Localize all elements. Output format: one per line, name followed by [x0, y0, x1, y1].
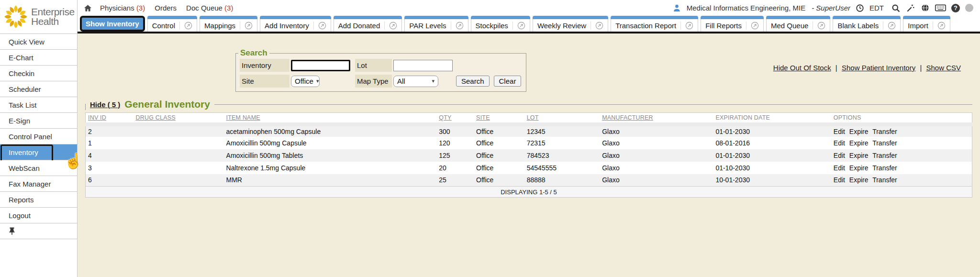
- column-header[interactable]: DRUG CLASS: [134, 113, 224, 124]
- tab-label: Blank Labels: [837, 22, 879, 30]
- inventory-name-input[interactable]: [291, 60, 350, 71]
- tab[interactable]: Fill Reports: [701, 16, 764, 32]
- expire-link[interactable]: Expire: [849, 164, 869, 172]
- search-icon[interactable]: [891, 3, 901, 13]
- sidebar-item[interactable]: Task List: [0, 97, 77, 113]
- popout-icon[interactable]: [883, 22, 896, 30]
- site-select[interactable]: Office▾: [291, 76, 320, 87]
- sidebar-item[interactable]: Control Panel: [0, 129, 77, 144]
- cell-site: Office: [474, 149, 524, 162]
- sidebar-item[interactable]: Fax Manager: [0, 176, 77, 192]
- map-type-select[interactable]: All▾: [393, 76, 438, 87]
- popout-icon[interactable]: [512, 22, 525, 30]
- tab[interactable]: Import: [903, 16, 950, 32]
- cell-options: Edit Expire Transfer: [831, 162, 972, 174]
- tab[interactable]: Control: [147, 16, 197, 32]
- tab-label: Stockpiles: [476, 22, 508, 30]
- edit-link[interactable]: Edit: [834, 152, 845, 159]
- cell-expiration-date: 08-01-2016: [713, 137, 831, 149]
- popout-icon[interactable]: [384, 22, 397, 30]
- transfer-link[interactable]: Transfer: [872, 176, 897, 184]
- column-header[interactable]: INV ID: [86, 113, 134, 124]
- popout-icon[interactable]: [813, 22, 825, 30]
- clear-button[interactable]: Clear: [494, 76, 522, 87]
- search-button[interactable]: Search: [456, 76, 490, 87]
- popout-icon[interactable]: [451, 22, 464, 30]
- edit-link[interactable]: Edit: [834, 128, 845, 135]
- cell-expiration-date: 01-01-2030: [713, 149, 831, 162]
- popout-icon[interactable]: [680, 22, 693, 30]
- top-nav-item[interactable]: Physicians (3): [100, 4, 145, 12]
- transfer-link[interactable]: Transfer: [872, 152, 897, 159]
- edit-link[interactable]: Edit: [834, 139, 845, 147]
- tab[interactable]: Weekly Review: [533, 16, 608, 32]
- tab[interactable]: Blank Labels: [833, 16, 901, 32]
- cell-site: Office: [474, 124, 524, 137]
- tab[interactable]: Add Donated: [334, 16, 402, 32]
- sidebar-item[interactable]: Logout: [0, 208, 77, 223]
- tab-label: Weekly Review: [537, 22, 586, 30]
- section-title: General Inventory: [124, 99, 210, 110]
- cell-manufacturer: Glaxo: [600, 149, 713, 162]
- popout-icon[interactable]: [240, 22, 253, 30]
- logo-text: Enterprise Health: [31, 7, 75, 26]
- keyboard-icon[interactable]: [935, 4, 946, 12]
- tab[interactable]: Transaction Report: [611, 16, 698, 32]
- search-legend: Search: [238, 48, 269, 58]
- column-header[interactable]: MANUFACTURER: [600, 113, 713, 124]
- wand-icon[interactable]: [906, 3, 915, 13]
- chevron-down-icon: ▾: [316, 78, 319, 84]
- tab[interactable]: Mappings: [200, 16, 257, 32]
- sidebar-item[interactable]: Checkin: [0, 66, 77, 81]
- tab[interactable]: Show Inventory: [80, 16, 145, 32]
- sidebar-item[interactable]: E-Sign: [0, 113, 77, 129]
- transfer-link[interactable]: Transfer: [872, 128, 897, 135]
- column-header[interactable]: QTY: [436, 113, 474, 124]
- sidebar-item[interactable]: E-Chart: [0, 50, 77, 66]
- show-patient-inventory-link[interactable]: Show Patient Inventory: [842, 64, 915, 72]
- home-icon[interactable]: [83, 4, 92, 12]
- sidebar-item[interactable]: Quick View: [0, 34, 77, 50]
- sidebar-item[interactable]: Reports: [0, 192, 77, 208]
- tab-accent-strip: [200, 16, 257, 19]
- popout-icon[interactable]: [590, 22, 603, 30]
- sidebar-item[interactable]: Scheduler: [0, 81, 77, 97]
- top-nav-item[interactable]: Orders: [155, 4, 177, 12]
- table-footer-row: DISPLAYING 1-5 / 5: [86, 187, 972, 198]
- expire-link[interactable]: Expire: [849, 128, 869, 135]
- link-separator: |: [920, 64, 922, 72]
- hide-out-of-stock-link[interactable]: Hide Out Of Stock: [773, 64, 831, 72]
- transfer-link[interactable]: Transfer: [872, 139, 897, 147]
- sidebar-item[interactable]: WebScan: [0, 160, 77, 176]
- popout-icon[interactable]: [933, 22, 946, 30]
- popout-icon[interactable]: [313, 22, 326, 30]
- app-logo: Enterprise Health: [0, 0, 77, 33]
- globe-icon[interactable]: [921, 3, 930, 12]
- pin-icon[interactable]: [9, 227, 15, 235]
- show-csv-link[interactable]: Show CSV: [926, 64, 961, 72]
- map-type-label: Map Type: [355, 75, 392, 88]
- tab[interactable]: Med Queue: [766, 16, 830, 32]
- tab[interactable]: Add Inventory: [260, 16, 331, 32]
- transfer-link[interactable]: Transfer: [872, 164, 897, 172]
- expire-link[interactable]: Expire: [849, 139, 869, 147]
- expire-link[interactable]: Expire: [849, 152, 869, 159]
- column-header[interactable]: LOT: [524, 113, 600, 124]
- popout-icon[interactable]: [746, 22, 759, 30]
- sidebar-item[interactable]: Inventory: [0, 144, 77, 160]
- edit-link[interactable]: Edit: [834, 164, 845, 172]
- tab[interactable]: PAR Levels: [404, 16, 468, 32]
- edit-link[interactable]: Edit: [834, 176, 845, 184]
- cell-qty: 120: [436, 137, 474, 149]
- clock-icon[interactable]: [856, 4, 864, 12]
- column-header[interactable]: ITEM NAME: [224, 113, 437, 124]
- expire-link[interactable]: Expire: [849, 176, 869, 184]
- popout-icon[interactable]: [179, 22, 192, 30]
- top-nav-item[interactable]: Doc Queue (3): [186, 4, 233, 12]
- lot-number-input[interactable]: [393, 60, 453, 71]
- help-icon[interactable]: ?: [951, 4, 960, 12]
- tab-accent-strip: [404, 16, 468, 19]
- hide-section-link[interactable]: Hide ( 5 ): [90, 100, 120, 109]
- column-header[interactable]: SITE: [474, 113, 524, 124]
- tab[interactable]: Stockpiles: [471, 16, 530, 32]
